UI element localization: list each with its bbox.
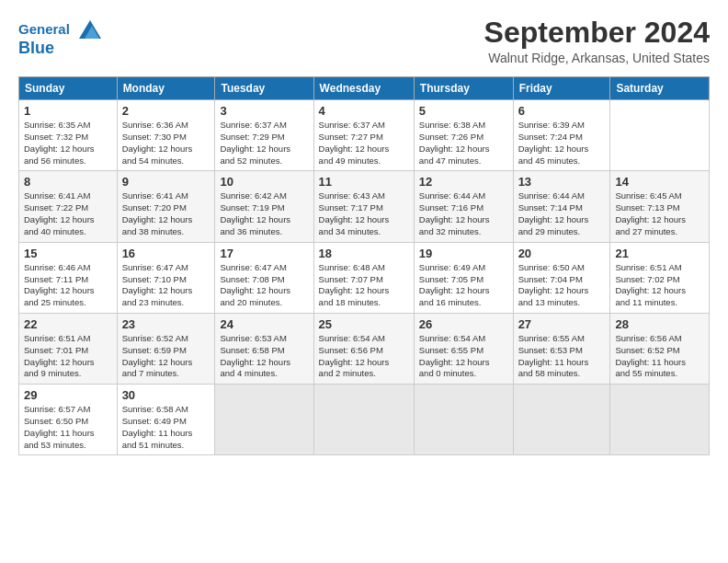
calendar-cell: 11Sunrise: 6:43 AM Sunset: 7:17 PM Dayli… (313, 171, 414, 242)
calendar-week-1: 1Sunrise: 6:35 AM Sunset: 7:32 PM Daylig… (19, 100, 710, 171)
day-number: 29 (24, 388, 112, 402)
cell-content: Sunrise: 6:37 AM Sunset: 7:27 PM Dayligh… (319, 120, 409, 167)
day-number: 10 (220, 175, 308, 189)
calendar-cell: 18Sunrise: 6:48 AM Sunset: 7:07 PM Dayli… (313, 242, 414, 313)
calendar-cell: 3Sunrise: 6:37 AM Sunset: 7:29 PM Daylig… (215, 100, 313, 171)
cell-content: Sunrise: 6:47 AM Sunset: 7:08 PM Dayligh… (220, 262, 308, 309)
calendar-cell: 16Sunrise: 6:47 AM Sunset: 7:10 PM Dayli… (117, 242, 215, 313)
cell-content: Sunrise: 6:45 AM Sunset: 7:13 PM Dayligh… (615, 190, 704, 237)
calendar-cell: 14Sunrise: 6:45 AM Sunset: 7:13 PM Dayli… (610, 171, 710, 242)
calendar-cell: 17Sunrise: 6:47 AM Sunset: 7:08 PM Dayli… (215, 242, 313, 313)
cell-content: Sunrise: 6:50 AM Sunset: 7:04 PM Dayligh… (518, 262, 606, 309)
calendar-header-tuesday: Tuesday (215, 77, 313, 100)
calendar-cell: 30Sunrise: 6:58 AM Sunset: 6:49 PM Dayli… (117, 385, 215, 455)
cell-content: Sunrise: 6:35 AM Sunset: 7:32 PM Dayligh… (24, 120, 112, 167)
main-title: September 2024 (484, 17, 710, 49)
calendar-week-3: 15Sunrise: 6:46 AM Sunset: 7:11 PM Dayli… (19, 242, 710, 313)
day-number: 28 (615, 317, 704, 331)
day-number: 19 (419, 247, 508, 260)
calendar-cell (414, 385, 513, 455)
calendar-cell: 2Sunrise: 6:36 AM Sunset: 7:30 PM Daylig… (117, 100, 215, 171)
cell-content: Sunrise: 6:54 AM Sunset: 6:55 PM Dayligh… (419, 333, 508, 380)
calendar-cell (313, 385, 414, 455)
cell-content: Sunrise: 6:52 AM Sunset: 6:59 PM Dayligh… (122, 333, 210, 380)
calendar-header-thursday: Thursday (414, 77, 513, 100)
cell-content: Sunrise: 6:54 AM Sunset: 6:56 PM Dayligh… (319, 333, 409, 380)
calendar-cell: 29Sunrise: 6:57 AM Sunset: 6:50 PM Dayli… (19, 385, 118, 455)
calendar-cell: 1Sunrise: 6:35 AM Sunset: 7:32 PM Daylig… (19, 100, 118, 171)
calendar-cell: 22Sunrise: 6:51 AM Sunset: 7:01 PM Dayli… (19, 313, 118, 384)
cell-content: Sunrise: 6:49 AM Sunset: 7:05 PM Dayligh… (419, 262, 508, 309)
day-number: 22 (24, 317, 112, 331)
calendar-cell: 19Sunrise: 6:49 AM Sunset: 7:05 PM Dayli… (414, 242, 513, 313)
calendar-cell: 4Sunrise: 6:37 AM Sunset: 7:27 PM Daylig… (313, 100, 414, 171)
cell-content: Sunrise: 6:44 AM Sunset: 7:14 PM Dayligh… (518, 190, 606, 237)
day-number: 12 (419, 175, 508, 189)
calendar-cell (215, 385, 313, 455)
cell-content: Sunrise: 6:51 AM Sunset: 7:02 PM Dayligh… (615, 262, 704, 309)
header: General Blue September 2024 Walnut Ridge… (18, 17, 710, 65)
calendar-header-friday: Friday (513, 77, 610, 100)
day-number: 18 (319, 247, 409, 260)
cell-content: Sunrise: 6:46 AM Sunset: 7:11 PM Dayligh… (24, 262, 112, 309)
calendar-cell: 5Sunrise: 6:38 AM Sunset: 7:26 PM Daylig… (414, 100, 513, 171)
calendar-cell: 13Sunrise: 6:44 AM Sunset: 7:14 PM Dayli… (513, 171, 610, 242)
calendar-cell (513, 385, 610, 455)
calendar-cell: 26Sunrise: 6:54 AM Sunset: 6:55 PM Dayli… (414, 313, 513, 384)
day-number: 20 (518, 247, 606, 260)
cell-content: Sunrise: 6:38 AM Sunset: 7:26 PM Dayligh… (419, 120, 508, 167)
day-number: 13 (518, 175, 606, 189)
cell-content: Sunrise: 6:41 AM Sunset: 7:20 PM Dayligh… (122, 190, 210, 237)
page: General Blue September 2024 Walnut Ridge… (0, 0, 728, 465)
day-number: 8 (24, 175, 112, 189)
cell-content: Sunrise: 6:43 AM Sunset: 7:17 PM Dayligh… (319, 190, 409, 237)
logo-icon (72, 17, 101, 42)
day-number: 5 (419, 104, 508, 118)
calendar-cell: 28Sunrise: 6:56 AM Sunset: 6:52 PM Dayli… (610, 313, 710, 384)
calendar-cell (610, 385, 710, 455)
day-number: 25 (319, 317, 409, 331)
day-number: 27 (518, 317, 606, 331)
calendar-cell: 15Sunrise: 6:46 AM Sunset: 7:11 PM Dayli… (19, 242, 118, 313)
calendar-week-5: 29Sunrise: 6:57 AM Sunset: 6:50 PM Dayli… (19, 385, 710, 455)
day-number: 24 (220, 317, 308, 331)
logo-text: General (18, 21, 70, 38)
day-number: 21 (615, 247, 704, 260)
day-number: 1 (24, 104, 112, 118)
cell-content: Sunrise: 6:39 AM Sunset: 7:24 PM Dayligh… (518, 120, 606, 167)
day-number: 26 (419, 317, 508, 331)
cell-content: Sunrise: 6:42 AM Sunset: 7:19 PM Dayligh… (220, 190, 308, 237)
logo: General Blue (18, 17, 101, 59)
cell-content: Sunrise: 6:57 AM Sunset: 6:50 PM Dayligh… (24, 404, 112, 451)
subtitle: Walnut Ridge, Arkansas, United States (484, 51, 710, 65)
cell-content: Sunrise: 6:58 AM Sunset: 6:49 PM Dayligh… (122, 404, 210, 451)
calendar: SundayMondayTuesdayWednesdayThursdayFrid… (18, 76, 710, 455)
cell-content: Sunrise: 6:48 AM Sunset: 7:07 PM Dayligh… (319, 262, 409, 309)
day-number: 16 (122, 247, 210, 260)
calendar-cell: 21Sunrise: 6:51 AM Sunset: 7:02 PM Dayli… (610, 242, 710, 313)
cell-content: Sunrise: 6:36 AM Sunset: 7:30 PM Dayligh… (122, 120, 210, 167)
calendar-cell: 6Sunrise: 6:39 AM Sunset: 7:24 PM Daylig… (513, 100, 610, 171)
cell-content: Sunrise: 6:56 AM Sunset: 6:52 PM Dayligh… (615, 333, 704, 380)
day-number: 23 (122, 317, 210, 331)
day-number: 4 (319, 104, 409, 118)
calendar-cell: 9Sunrise: 6:41 AM Sunset: 7:20 PM Daylig… (117, 171, 215, 242)
calendar-week-2: 8Sunrise: 6:41 AM Sunset: 7:22 PM Daylig… (19, 171, 710, 242)
cell-content: Sunrise: 6:41 AM Sunset: 7:22 PM Dayligh… (24, 190, 112, 237)
calendar-header-saturday: Saturday (610, 77, 710, 100)
calendar-cell: 24Sunrise: 6:53 AM Sunset: 6:58 PM Dayli… (215, 313, 313, 384)
day-number: 2 (122, 104, 210, 118)
cell-content: Sunrise: 6:55 AM Sunset: 6:53 PM Dayligh… (518, 333, 606, 380)
day-number: 30 (122, 388, 210, 402)
cell-content: Sunrise: 6:53 AM Sunset: 6:58 PM Dayligh… (220, 333, 308, 380)
cell-content: Sunrise: 6:47 AM Sunset: 7:10 PM Dayligh… (122, 262, 210, 309)
cell-content: Sunrise: 6:44 AM Sunset: 7:16 PM Dayligh… (419, 190, 508, 237)
calendar-cell: 27Sunrise: 6:55 AM Sunset: 6:53 PM Dayli… (513, 313, 610, 384)
calendar-cell: 12Sunrise: 6:44 AM Sunset: 7:16 PM Dayli… (414, 171, 513, 242)
cell-content: Sunrise: 6:37 AM Sunset: 7:29 PM Dayligh… (220, 120, 308, 167)
cell-content: Sunrise: 6:51 AM Sunset: 7:01 PM Dayligh… (24, 333, 112, 380)
calendar-cell: 23Sunrise: 6:52 AM Sunset: 6:59 PM Dayli… (117, 313, 215, 384)
calendar-cell: 10Sunrise: 6:42 AM Sunset: 7:19 PM Dayli… (215, 171, 313, 242)
logo-general: General (18, 21, 70, 37)
calendar-header-sunday: Sunday (19, 77, 118, 100)
